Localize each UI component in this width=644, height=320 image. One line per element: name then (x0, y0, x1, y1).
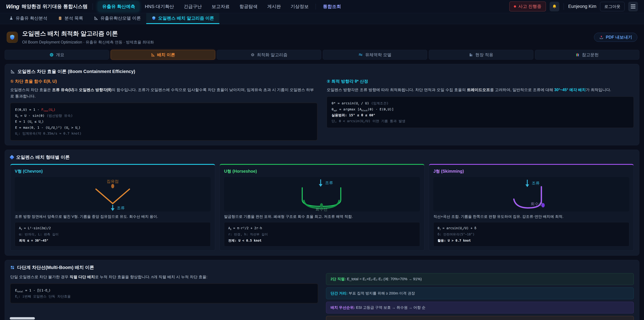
horizontal-scrollbar-thumb[interactable] (10, 317, 35, 319)
section-tab-label: 배치 이론 (157, 52, 175, 58)
skimming-description: 직선+곡선 조합. 기름을 한쪽으로 편향 유도하여 집유. 강조류·연안 배치… (433, 214, 629, 219)
nav-divider (92, 3, 93, 10)
diamond-icon (10, 155, 14, 160)
page-subtitle: Oil Boom Deployment Optimization · 유출유 확… (22, 40, 154, 45)
page-content: 오일펜스 배치 최적화 알고리즘 이론 Oil Boom Deployment … (0, 24, 644, 320)
grid-icon (10, 265, 14, 270)
chevron-shape-card: V형 (Chevron) 집유점 조류 조류 방향 정면에서 양측으로 펼친 V… (10, 164, 215, 251)
efficiency-left-column: ① 차단 효율 함수 E(θ, U) 오일펜스의 차단 효율은 조류 유속(U)… (10, 75, 317, 140)
section-tab-label: 현장 적용 (475, 52, 493, 58)
sub-navigation-tabs: 유출유 확산분석 분석 목록 유출유확산모델 이론 오일펜스 배치 알고리즘 이… (0, 13, 644, 24)
tab-analysis-list[interactable]: 분석 목록 (53, 13, 88, 24)
chevron-description: 조류 방향 정면에서 양측으로 펼친 V형. 기름을 중앙 집유점으로 유도. … (15, 214, 211, 219)
tab-boom-deployment-theory[interactable]: 오일펜스 배치 알고리즘 이론 (146, 13, 220, 24)
tab-label: 유출유 확산분석 (16, 15, 47, 21)
formula-line: Ei: i번째 오일펜스 단독 차단효율 (15, 293, 313, 299)
system-title: 해양환경 위기대응 통합시스템 (22, 3, 88, 10)
section-tab-overview[interactable]: 개요 (5, 50, 109, 60)
note-label: 2단 직렬: (330, 277, 346, 281)
tab-label: 오일펜스 배치 알고리즘 이론 (158, 15, 214, 21)
section-tab-references[interactable]: 참고문헌 (535, 50, 639, 60)
menu-item-emergency-rescue[interactable]: 긴급구난 (179, 1, 206, 12)
formula-line: θJ = arcsin(Uc/U) + δ (438, 225, 625, 231)
app-root: Wing 해양환경 위기대응 통합시스템 유출유 확산예측 HNS·대기확산 긴… (0, 0, 644, 320)
section-tab-label: 최적화 알고리즘 (257, 52, 288, 58)
collection-point-label: 집유점 (107, 179, 119, 184)
menu-item-hns-air-diffusion[interactable]: HNS·대기확산 (140, 1, 178, 12)
formula-line: r: 반경, h: 직선부 길이 (228, 231, 416, 237)
flask-icon (9, 16, 14, 20)
hamburger-menu-button[interactable] (628, 2, 638, 12)
section-tab-hydrodynamics-model[interactable]: 유체역학 모델 (323, 50, 427, 60)
containment-efficiency-heading: 오일펜스 차단 효율 이론 (Boom Containment Efficien… (10, 69, 634, 75)
section-tab-label: 유체역학 모델 (365, 52, 392, 58)
chevron-boom-shape (96, 189, 130, 204)
page-title-block: 오일펜스 배치 최적화 알고리즘 이론 Oil Boom Deployment … (22, 30, 154, 45)
boom-layout-shapes-card: 오일펜스 배치 형태별 이론 V형 (Chevron) 집유점 조류 (5, 150, 639, 255)
brand[interactable]: Wing 해양환경 위기대응 통합시스템 (6, 3, 88, 10)
recovery-dot (320, 203, 323, 207)
formula-line: E = 1 (Un ≤ Uc) (15, 119, 312, 125)
menu-item-reports[interactable]: 보고자료 (207, 1, 234, 12)
containment-efficiency-card: 오일펜스 차단 효율 이론 (Boom Containment Efficien… (5, 64, 639, 145)
note-text: 부표 집적 방지를 위해 ≥ 200m 이격 권장 (348, 291, 415, 295)
tab-label: 유출유확산모델 이론 (100, 15, 141, 21)
skimming-shape-card: J형 (Skimming) 조류 회수선 직선+곡선 조합. 기름을 한쪽으로 … (429, 164, 634, 251)
page-icon-box (7, 32, 18, 43)
section-tab-field-application[interactable]: 현장 적용 (429, 50, 533, 60)
multi-boom-card: 다단계 차단선(Multi-Boom) 배치 이론 단일 오일펜스로 차단 불가… (5, 260, 639, 320)
menu-item-weather-info[interactable]: 기상정보 (286, 1, 313, 12)
tab-oil-spill-analysis[interactable]: 유출유 확산분석 (4, 13, 53, 24)
pdf-export-button[interactable]: PDF 내보내기 (594, 33, 637, 42)
gear-icon (250, 53, 255, 57)
recovery-line-label: 회수선 (531, 201, 543, 206)
formula-line: Un = U · sin(θ) (법선방향 유속) (15, 113, 312, 119)
section-tab-deployment-theory[interactable]: 배치 이론 (111, 50, 215, 60)
current-arrow-head (526, 184, 529, 187)
main-menu: 유출유 확산예측 HNS·대기확산 긴급구난 보고자료 항공탐색 게시판 기상정… (98, 1, 346, 12)
shield-icon (9, 34, 15, 40)
export-icon (599, 35, 604, 40)
menu-item-board[interactable]: 게시판 (263, 1, 285, 12)
note-label: 단간 거리: (330, 291, 348, 295)
pdf-export-label: PDF 내보내기 (606, 34, 632, 40)
layout-shapes-heading: 오일펜스 배치 형태별 이론 (10, 154, 634, 160)
set-square-icon (10, 69, 15, 74)
user-name: Eunjeong Kim (568, 4, 596, 9)
section-tabs: 개요 배치 이론 최적화 알고리즘 유체역학 모델 현장 적용 참고문헌 (5, 50, 639, 60)
topnav-right-cluster: 사고 진행중 Eunjeong Kim 로그아웃 (509, 2, 638, 12)
formula-line: α: 반개각, L: 편측 길이 (19, 231, 206, 237)
horseshoe-title: U형 (Horseshoe) (224, 168, 420, 174)
optimal-angle-paragraph: 오일펜스 방향각은 조류 방향에 따라 최적화됩니다. 차단 면적과 오일 수집… (327, 87, 634, 93)
wave-icon (358, 53, 363, 57)
page-title: 오일펜스 배치 최적화 알고리즘 이론 (22, 30, 154, 38)
formula-line: 실용범위: 15° ≤ θ ≤ 60° (332, 112, 629, 118)
formula-line: E = max(0, 1 - (Un/Uc)²) (Un > Uc) (15, 125, 312, 131)
formula-line: 단, θ < arcsin(Uc/U) 이면 기름 통과 발생 (332, 118, 629, 124)
note-text: ESI 고등급 구역 보호 → 취수원 → 어항 순 (355, 305, 425, 309)
multi-boom-paragraph: 단일 오일펜스로 차단 불가한 경우 직렬 다단 배치로 누적 차단 효율을 향… (10, 274, 318, 280)
section-tab-optimization-algorithm[interactable]: 최적화 알고리즘 (217, 50, 321, 60)
tab-diffusion-model-theory[interactable]: 유출유확산모델 이론 (88, 13, 146, 24)
menu-item-integrated-search[interactable]: 통합조회 (318, 1, 345, 12)
formula-line: AV = L²·sin(2α)/2 (19, 225, 206, 231)
globe-icon (50, 53, 54, 57)
chevron-diagram: 집유점 조류 (15, 177, 211, 211)
heading-text: 오일펜스 차단 효율 이론 (Boom Containment Efficien… (18, 69, 135, 75)
wing-logo: Wing (6, 3, 19, 10)
set-square-icon (151, 53, 155, 57)
recovery-line-label: 회수선 (316, 207, 328, 211)
skimming-formula-block: θJ = arcsin(Uc/U) + δ δ: 안전여유각(5°~10°) 활… (433, 222, 629, 246)
chevron-formula-block: AV = L²·sin(2α)/2 α: 반개각, L: 편측 길이 최적 α … (15, 222, 211, 246)
note-stage-spacing: 단간 거리: 부표 집적 방지를 위해 ≥ 200m 이격 권장 (326, 287, 634, 299)
formula-line: 활용: U > 0.7 knot (438, 237, 625, 244)
books-icon (576, 53, 580, 57)
heading-text: 다단계 차단선(Multi-Boom) 배치 이론 (17, 264, 94, 270)
note-two-stage-series: 2단 직렬: E_total = E₁+E₂-E₁·E₂ (예: 70%+70%… (326, 273, 634, 285)
formula-line: θ* = arcsin(Uc / U) (임계조건) (332, 100, 629, 106)
menu-item-oil-spill-prediction[interactable]: 유출유 확산예측 (98, 1, 140, 12)
logout-button[interactable]: 로그아웃 (600, 2, 624, 11)
menu-item-aerial-search[interactable]: 항공탐색 (235, 1, 262, 12)
tab-label: 분석 목록 (64, 15, 83, 21)
notifications-button[interactable] (550, 2, 559, 12)
